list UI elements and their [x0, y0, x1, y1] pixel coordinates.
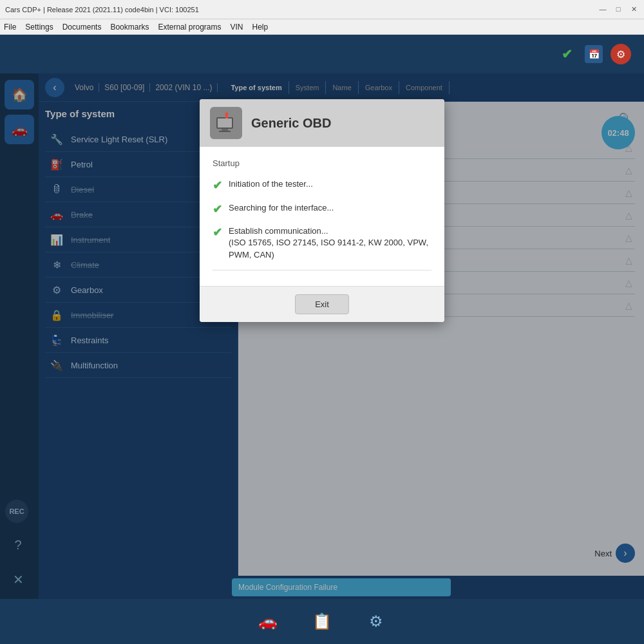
modal-title: Generic OBD: [251, 116, 331, 131]
title-bar-controls: — □ ✕: [598, 5, 639, 14]
check-1-text: Initiation of the tester...: [229, 178, 313, 190]
bottom-car-icon[interactable]: 🚗: [254, 607, 282, 636]
modal-section-title: Startup: [213, 158, 431, 168]
check-3-icon: ✔: [213, 226, 222, 240]
modal-body: Startup ✔ Initiation of the tester... ✔ …: [200, 147, 444, 286]
modal-footer: Exit: [200, 286, 444, 322]
svg-rect-2: [222, 129, 228, 131]
close-button[interactable]: ✕: [629, 5, 639, 14]
title-bar-text: Cars CDP+ | Release 2021 (2021.11) code4…: [5, 6, 199, 14]
menu-settings[interactable]: Settings: [25, 23, 53, 32]
content-area: 🏠 🚗 ‹ Volvo S60 [00-09] 2002 (VIN 10 ...…: [0, 73, 644, 599]
menu-vin[interactable]: VIN: [230, 23, 243, 32]
menu-external[interactable]: External programs: [158, 23, 221, 32]
bottom-doc-icon[interactable]: 📋: [308, 607, 336, 636]
bottom-gear-icon[interactable]: ⚙: [362, 607, 390, 636]
bottom-toolbar: 🚗 📋 ⚙: [0, 599, 644, 644]
gear-settings-icon[interactable]: ⚙: [611, 44, 631, 64]
modal-check-2: ✔ Searching for the interface...: [213, 202, 431, 217]
modal-dialog: Generic OBD Startup ✔ Initiation of the …: [200, 99, 444, 322]
check-3-text: Establish communication...(ISO 15765, IS…: [229, 225, 431, 261]
modal-obd-icon: [210, 107, 242, 139]
menu-help[interactable]: Help: [252, 23, 269, 32]
check-2-icon: ✔: [213, 203, 222, 217]
check-2-text: Searching for the interface...: [229, 202, 334, 214]
modal-divider: [213, 270, 431, 270]
menu-file[interactable]: File: [4, 23, 16, 32]
svg-rect-3: [219, 131, 231, 132]
check-1-icon: ✔: [213, 179, 222, 193]
app-area: ✔ 📅 ⚙ 🏠 🚗 ‹ Volvo S60 [00-09] 2002 (VIN …: [0, 35, 644, 644]
maximize-button[interactable]: □: [613, 5, 623, 14]
modal-check-3: ✔ Establish communication...(ISO 15765, …: [213, 225, 431, 261]
svg-rect-1: [218, 118, 232, 128]
menu-documents[interactable]: Documents: [62, 23, 102, 32]
top-toolbar: ✔ 📅 ⚙: [0, 35, 644, 73]
modal-check-1: ✔ Initiation of the tester...: [213, 178, 431, 193]
obd-device-svg: [213, 109, 240, 137]
minimize-button[interactable]: —: [598, 5, 608, 14]
exit-button[interactable]: Exit: [295, 294, 349, 314]
title-bar: Cars CDP+ | Release 2021 (2021.11) code4…: [0, 0, 644, 19]
svg-point-5: [225, 113, 229, 116]
modal-overlay: Generic OBD Startup ✔ Initiation of the …: [0, 73, 644, 599]
modal-header: Generic OBD: [200, 99, 444, 147]
menu-bookmarks[interactable]: Bookmarks: [110, 23, 149, 32]
check-icon: ✔: [556, 44, 577, 64]
calendar-icon[interactable]: 📅: [583, 44, 604, 64]
menu-bar: File Settings Documents Bookmarks Extern…: [0, 19, 644, 35]
